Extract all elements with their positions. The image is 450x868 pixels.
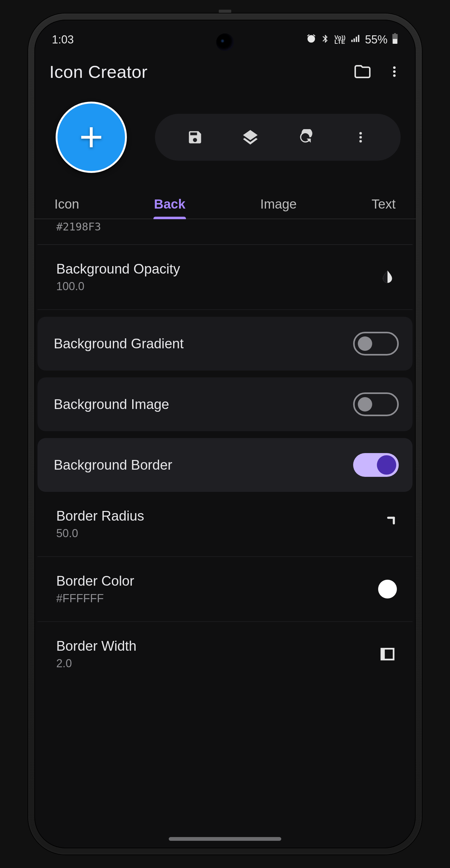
status-icons: Vo))LTE 55% (306, 33, 398, 46)
preview-row (34, 89, 416, 182)
bluetooth-icon (321, 33, 330, 46)
background-image-label: Background Image (54, 397, 169, 412)
toolbox-more-button[interactable] (350, 126, 372, 148)
border-radius-value: 50.0 (56, 527, 144, 540)
status-time: 1:03 (52, 33, 74, 46)
layers-button[interactable] (239, 126, 261, 148)
row-background-border[interactable]: Background Border (37, 438, 413, 492)
border-color-value: #FFFFFF (56, 592, 134, 605)
reset-button[interactable] (294, 126, 316, 148)
svg-point-1 (393, 70, 396, 73)
border-radius-icon (378, 515, 397, 533)
background-color-value-cutoff[interactable]: #2198F3 (37, 219, 413, 245)
gesture-nav-bar[interactable] (169, 837, 281, 841)
signal-icon (350, 33, 361, 46)
settings-list: #2198F3 Background Opacity 100.0 Backgro… (34, 219, 416, 686)
border-width-icon (378, 645, 397, 663)
row-border-radius[interactable]: Border Radius 50.0 (37, 492, 413, 557)
tab-text[interactable]: Text (369, 192, 398, 217)
border-radius-label: Border Radius (56, 508, 144, 524)
battery-percent: 55% (365, 33, 387, 46)
border-color-label: Border Color (56, 573, 134, 589)
save-button[interactable] (184, 126, 206, 148)
tab-row: Icon Back Image Text (34, 182, 416, 217)
page-title: Icon Creator (50, 62, 148, 82)
background-opacity-label: Background Opacity (56, 261, 180, 277)
tab-back[interactable]: Back (152, 192, 188, 217)
background-border-label: Background Border (54, 457, 172, 473)
border-width-value: 2.0 (56, 657, 136, 670)
border-width-label: Border Width (56, 638, 136, 654)
row-background-opacity[interactable]: Background Opacity 100.0 (37, 245, 413, 310)
svg-point-4 (359, 136, 362, 138)
background-gradient-switch[interactable] (353, 332, 399, 355)
more-menu-button[interactable] (383, 60, 406, 83)
opacity-icon (378, 268, 397, 286)
border-color-swatch (378, 580, 397, 598)
battery-icon (392, 33, 398, 46)
icon-preview[interactable] (56, 102, 127, 173)
phone-frame: 1:03 Vo))LTE 55% Icon Creator (28, 13, 422, 855)
svg-point-5 (359, 140, 362, 143)
svg-rect-7 (382, 649, 385, 660)
row-background-image[interactable]: Background Image (37, 377, 413, 431)
svg-point-0 (393, 66, 396, 69)
background-image-switch[interactable] (353, 393, 399, 416)
volte-icon: Vo))LTE (334, 35, 346, 44)
tab-image[interactable]: Image (258, 192, 299, 217)
row-border-color[interactable]: Border Color #FFFFFF (37, 557, 413, 622)
background-opacity-value: 100.0 (56, 280, 180, 293)
row-background-gradient[interactable]: Background Gradient (37, 317, 413, 371)
screen: 1:03 Vo))LTE 55% Icon Creator (34, 20, 416, 848)
row-border-width[interactable]: Border Width 2.0 (37, 622, 413, 686)
alarm-icon (306, 33, 316, 46)
background-border-switch[interactable] (353, 453, 399, 477)
svg-point-3 (359, 132, 362, 134)
tab-icon[interactable]: Icon (52, 192, 82, 217)
background-gradient-label: Background Gradient (54, 336, 184, 351)
svg-point-2 (393, 74, 396, 77)
app-bar: Icon Creator (34, 54, 416, 89)
camera-punch-hole (216, 33, 234, 51)
toolbox (155, 114, 400, 161)
open-folder-button[interactable] (351, 60, 374, 83)
